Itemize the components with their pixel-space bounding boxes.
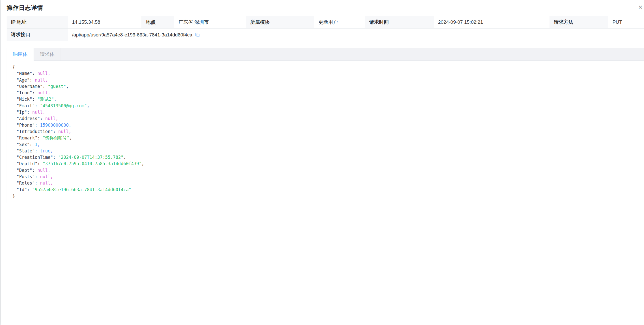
code-line: "Address": null, bbox=[17, 115, 639, 122]
code-open-brace: { bbox=[12, 64, 639, 70]
value-request-method: PUT bbox=[608, 16, 644, 28]
code-line: "UserName": "guest", bbox=[17, 83, 639, 90]
label-request-time: 请求时间 bbox=[365, 16, 434, 28]
code-line: "Introduction": null, bbox=[17, 128, 639, 135]
value-request-api-cell: /api/app/user/9a57a4e8-e196-663a-7841-3a… bbox=[68, 29, 644, 41]
code-line: "Roles": null, bbox=[17, 180, 639, 186]
code-line: "Posts": null, bbox=[17, 174, 639, 180]
body-tabs-panel: 响应体 请求体 { "Name": null,"Age": null,"User… bbox=[7, 48, 644, 203]
value-request-time: 2024-09-07 15:02:21 bbox=[434, 16, 550, 28]
code-line: "Icon": null, bbox=[17, 90, 639, 96]
label-ip-address: IP 地址 bbox=[7, 16, 68, 28]
page-title: 操作日志详情 bbox=[7, 4, 43, 11]
log-detail-table: IP 地址 14.155.34.58 地点 广东省 深圳市 所属模块 更新用户 … bbox=[7, 16, 644, 41]
json-response-viewer: { "Name": null,"Age": null,"UserName": "… bbox=[7, 61, 644, 202]
value-module: 更新用户 bbox=[314, 16, 365, 28]
request-api-url: /api/app/user/9a57a4e8-e196-663a-7841-3a… bbox=[72, 29, 192, 41]
code-line: "Dept": null, bbox=[17, 167, 639, 174]
code-close-brace: } bbox=[12, 193, 639, 199]
code-line: "Nick": "测试2", bbox=[17, 96, 639, 102]
code-entries: "Name": null,"Age": null,"UserName": "gu… bbox=[13, 70, 639, 193]
copy-icon[interactable] bbox=[195, 32, 200, 37]
code-line: "Name": null, bbox=[17, 70, 639, 77]
code-line: "Phone": 15900000000, bbox=[17, 122, 639, 128]
tab-request-body[interactable]: 请求体 bbox=[34, 48, 61, 61]
label-module: 所属模块 bbox=[246, 16, 314, 28]
code-line: "CreationTime": "2024-09-07T14:37:55.782… bbox=[17, 154, 639, 161]
close-icon[interactable]: × bbox=[635, 2, 644, 12]
code-line: "DeptId": "375167e0-759a-0410-7a85-3a14d… bbox=[17, 161, 639, 167]
code-line: "Id": "9a57a4e8-e196-663a-7841-3a14dd60f… bbox=[17, 187, 639, 193]
drawer-header: 操作日志详情 × bbox=[1, 0, 644, 16]
code-line: "State": true, bbox=[17, 148, 639, 154]
operation-log-detail-drawer: 操作日志详情 × IP 地址 14.155.34.58 地点 广东省 深圳市 所… bbox=[1, 0, 644, 325]
code-line: "Ip": null, bbox=[17, 109, 639, 115]
code-line: "Email": "454313500@qq.com", bbox=[17, 103, 639, 109]
value-location: 广东省 深圳市 bbox=[174, 16, 246, 28]
code-line: "Sex": 1, bbox=[17, 141, 639, 148]
label-request-api: 请求接口 bbox=[7, 29, 68, 41]
label-request-method: 请求方法 bbox=[550, 16, 608, 28]
code-line: "Age": null, bbox=[17, 77, 639, 83]
table-row: IP 地址 14.155.34.58 地点 广东省 深圳市 所属模块 更新用户 … bbox=[7, 16, 644, 29]
code-line: "Remark": "懒得创账号", bbox=[17, 135, 639, 141]
table-row: 请求接口 /api/app/user/9a57a4e8-e196-663a-78… bbox=[7, 29, 644, 41]
value-ip-address: 14.155.34.58 bbox=[68, 16, 142, 28]
tab-response-body[interactable]: 响应体 bbox=[7, 48, 34, 61]
tab-bar: 响应体 请求体 bbox=[7, 48, 644, 61]
label-location: 地点 bbox=[142, 16, 174, 28]
